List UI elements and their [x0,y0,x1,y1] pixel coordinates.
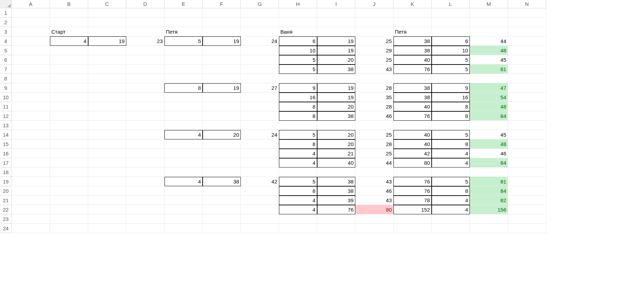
cell-J15[interactable]: 28 [355,139,393,149]
row-header-5[interactable]: 5 [0,46,12,55]
cell-D1[interactable] [126,8,164,18]
cell-D14[interactable] [126,130,164,139]
cell-B15[interactable] [50,139,88,149]
cell-M24[interactable] [470,224,508,233]
cell-D21[interactable] [126,196,164,205]
cell-M4[interactable]: 44 [470,36,508,46]
cell-H16[interactable]: 4 [279,149,317,158]
cell-G6[interactable] [241,55,279,65]
cell-F4[interactable]: 19 [203,36,241,46]
cell-F7[interactable] [203,65,241,74]
cell-H10[interactable]: 16 [279,93,317,102]
cell-C8[interactable] [88,74,126,83]
cell-L1[interactable] [432,8,470,18]
cell-B5[interactable] [50,46,88,55]
cell-C19[interactable] [88,177,126,186]
cell-E17[interactable] [164,158,203,168]
cell-L20[interactable]: 8 [432,186,470,196]
cell-B2[interactable] [50,18,88,27]
cell-A15[interactable] [12,139,50,149]
cell-M7[interactable]: 81 [470,65,508,74]
cell-G15[interactable] [241,139,279,149]
cell-M23[interactable] [470,214,508,224]
cell-G1[interactable] [241,8,279,18]
cell-D6[interactable] [126,55,164,65]
cell-L21[interactable]: 4 [432,196,470,205]
cell-B7[interactable] [50,65,88,74]
cell-K18[interactable] [393,168,432,177]
cell-B24[interactable] [50,224,88,233]
spreadsheet-grid[interactable]: ABCDEFGHIJKLMN123СтартПетяВаняПетя441923… [0,0,644,233]
cell-A2[interactable] [12,18,50,27]
column-header-L[interactable]: L [432,0,470,8]
cell-H15[interactable]: 8 [279,139,317,149]
cell-H4[interactable]: 6 [279,36,317,46]
row-header-1[interactable]: 1 [0,8,12,18]
cell-M2[interactable] [470,18,508,27]
cell-B12[interactable] [50,111,88,121]
cell-A1[interactable] [12,8,50,18]
cell-M8[interactable] [470,74,508,83]
cell-C16[interactable] [88,149,126,158]
cell-J7[interactable]: 43 [355,65,393,74]
cell-D19[interactable] [126,177,164,186]
cell-L18[interactable] [432,168,470,177]
column-header-J[interactable]: J [355,0,393,8]
cell-K1[interactable] [393,8,432,18]
cell-C14[interactable] [88,130,126,139]
cell-I19[interactable]: 38 [317,177,355,186]
row-header-19[interactable]: 19 [0,177,12,186]
cell-E20[interactable] [164,186,203,196]
cell-G8[interactable] [241,74,279,83]
cell-B6[interactable] [50,55,88,65]
cell-G7[interactable] [241,65,279,74]
cell-A12[interactable] [12,111,50,121]
cell-A24[interactable] [12,224,50,233]
cell-C1[interactable] [88,8,126,18]
cell-I4[interactable]: 19 [317,36,355,46]
cell-L4[interactable]: 6 [432,36,470,46]
cell-A7[interactable] [12,65,50,74]
cell-H7[interactable]: 5 [279,65,317,74]
cell-C2[interactable] [88,18,126,27]
cell-B10[interactable] [50,93,88,102]
cell-N19[interactable] [508,177,546,186]
cell-K21[interactable]: 78 [393,196,432,205]
cell-N16[interactable] [508,149,546,158]
cell-G18[interactable] [241,168,279,177]
cell-C3[interactable] [88,27,126,36]
cell-J3[interactable] [355,27,393,36]
cell-J13[interactable] [355,121,393,130]
cell-L17[interactable]: 4 [432,158,470,168]
cell-E11[interactable] [164,102,203,111]
cell-L13[interactable] [432,121,470,130]
column-header-A[interactable]: A [12,0,50,8]
cell-M16[interactable]: 46 [470,149,508,158]
cell-F20[interactable] [203,186,241,196]
cell-B4[interactable]: 4 [50,36,88,46]
cell-I22[interactable]: 76 [317,205,355,214]
row-header-21[interactable]: 21 [0,196,12,205]
row-header-4[interactable]: 4 [0,36,12,46]
cell-C13[interactable] [88,121,126,130]
cell-C7[interactable] [88,65,126,74]
cell-F10[interactable] [203,93,241,102]
cell-G24[interactable] [241,224,279,233]
cell-F5[interactable] [203,46,241,55]
cell-E2[interactable] [164,18,203,27]
cell-J19[interactable]: 43 [355,177,393,186]
row-header-6[interactable]: 6 [0,55,12,65]
cell-J24[interactable] [355,224,393,233]
cell-M21[interactable]: 82 [470,196,508,205]
cell-M5[interactable]: 48 [470,46,508,55]
cell-K2[interactable] [393,18,432,27]
cell-M20[interactable]: 84 [470,186,508,196]
cell-M13[interactable] [470,121,508,130]
cell-F3[interactable] [203,27,241,36]
cell-K10[interactable]: 38 [393,93,432,102]
cell-A14[interactable] [12,130,50,139]
row-header-15[interactable]: 15 [0,139,12,149]
cell-B1[interactable] [50,8,88,18]
cell-N8[interactable] [508,74,546,83]
cell-F24[interactable] [203,224,241,233]
